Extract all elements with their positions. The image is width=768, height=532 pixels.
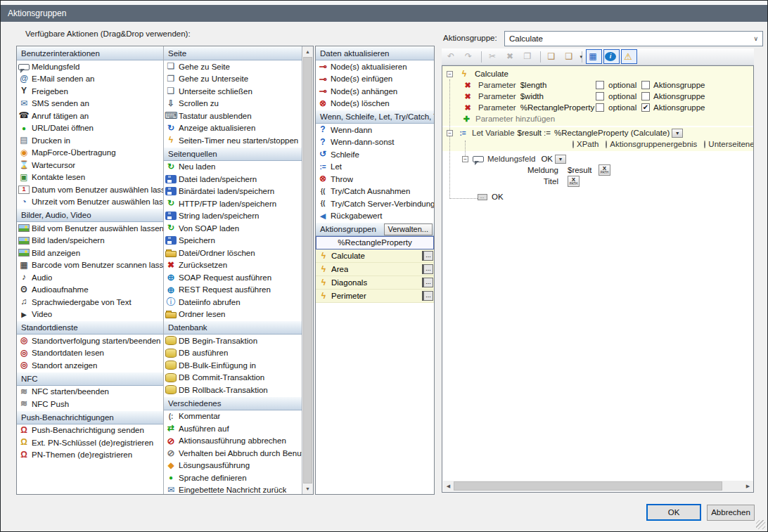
list-item[interactable]: ↻Von SOAP laden — [164, 222, 302, 235]
list-item[interactable]: Binärdatei laden/speichern — [164, 186, 302, 198]
parameter-row[interactable]: ✖Parameter%RectanglePropertyoptionalAkti… — [442, 102, 753, 113]
list-item[interactable]: Ordner lesen — [164, 309, 302, 321]
copy-button[interactable]: ❐ — [520, 49, 537, 64]
action-group-set-title[interactable]: %RectangleProperty — [316, 236, 434, 249]
list-item[interactable]: ◉MapForce-Übertragung — [17, 147, 163, 160]
action-group-combobox[interactable]: Calculate ∨ — [504, 31, 763, 46]
list-item[interactable]: ♫Sprachwiedergabe von Text — [17, 296, 163, 309]
list-item[interactable]: ⊸Node(s) aktualisieren — [316, 60, 434, 73]
list-item[interactable]: ΩPN-Themen (de)registrieren — [17, 449, 163, 462]
list-item[interactable]: ϟSeiten-Timer neu starten/stoppen — [164, 134, 302, 147]
tree-row-ok-leaf[interactable]: OK — [442, 191, 753, 202]
action-group-row[interactable]: ϟDiagonals... — [316, 276, 434, 290]
more-icon[interactable]: ... — [423, 278, 433, 287]
list-item[interactable]: DB-Bulk-Einfügung in — [164, 359, 302, 372]
scroll-up-icon[interactable]: ▲ — [302, 46, 313, 57]
list-item[interactable]: ?Wenn-dann — [316, 124, 434, 136]
verwalten-button[interactable]: Verwalten... — [384, 223, 433, 235]
tree-horizontal-scrollbar[interactable]: ◀ ▶ — [443, 481, 753, 491]
list-item[interactable]: Bild laden/speichern — [17, 235, 163, 247]
list-item[interactable]: ◎Standortdaten lesen — [17, 347, 163, 360]
tree-row-calculate[interactable]: ϟ Calculate — [442, 68, 753, 79]
list-item[interactable]: @E-Mail senden an — [17, 73, 163, 86]
scrollbar-track[interactable] — [722, 481, 743, 491]
list-item[interactable]: DB Begin-Transaktion — [164, 335, 302, 347]
action-group-row[interactable]: ϟPerimeter... — [316, 290, 434, 303]
tree-row-meldungsfeld[interactable]: Meldungsfeld OK — [442, 153, 753, 164]
add-parameter-row[interactable]: ✚ Parameter hinzufügen — [442, 113, 753, 124]
more-icon[interactable]: ... — [423, 251, 433, 261]
meldungsfeld-button-value[interactable]: OK — [541, 155, 553, 163]
list-item[interactable]: ⊘Verhalten bei Abbruch durch Benutzer — [164, 447, 302, 460]
paste-append-button[interactable]: ❑▾ — [562, 49, 578, 64]
action-group-row[interactable]: ϟCalculate... — [316, 249, 434, 263]
list-item[interactable]: ⌛Wartecursor — [17, 159, 163, 171]
list-item[interactable]: {(Try/Catch Server-Verbindung — [316, 197, 434, 210]
list-item[interactable]: ⇩Scrollen zu — [164, 98, 302, 110]
scrollbar-thumb[interactable] — [303, 57, 312, 484]
undo-button[interactable]: ↶ — [444, 49, 460, 64]
list-item[interactable]: ΩExt. PN-Schlüssel (de)registrieren — [17, 436, 163, 449]
list-item[interactable]: ▣Kontakte lesen — [17, 171, 163, 184]
list-item[interactable]: ↻HTTP/FTP laden/speichern — [164, 197, 302, 210]
list-item[interactable]: ΩPush-Benachrichtigung senden — [17, 424, 163, 437]
list-item[interactable]: ↻Neu laden — [164, 161, 302, 174]
parameter-row[interactable]: ✖Parameter$widthoptionalAktionsgruppe — [442, 91, 753, 102]
list-item[interactable]: ▶Video — [17, 309, 163, 321]
list-item[interactable]: ⊗Node(s) löschen — [316, 98, 434, 110]
list-item[interactable]: ●Sprache definieren — [164, 472, 302, 484]
aktionsgruppe-checkbox[interactable] — [641, 81, 650, 89]
list-item[interactable]: ❑Unterseite schließen — [164, 85, 302, 98]
meldungsfeld-dropdown-icon[interactable] — [555, 155, 566, 164]
list-item[interactable]: ⊕SOAP Request ausführen — [164, 271, 302, 284]
cut-button[interactable]: ✂ — [485, 49, 501, 64]
radio-unterseitenergebnis[interactable] — [704, 141, 705, 148]
collapse-icon[interactable] — [447, 130, 453, 136]
list-item[interactable]: Bild vom Benutzer auswählen lassen — [17, 222, 163, 235]
list-item[interactable]: {(Try/Catch Ausnahmen — [316, 186, 434, 198]
list-item[interactable]: ✉Eingebettete Nachricht zurück — [164, 484, 302, 495]
grid-toggle-button[interactable]: ▦ — [586, 49, 602, 64]
list-item[interactable]: ≋NFC starten/beenden — [17, 386, 163, 398]
chevron-down-icon[interactable]: ▾ — [580, 54, 582, 60]
optional-checkbox[interactable] — [596, 81, 604, 89]
list-item[interactable]: ⊘Aktionsausführung abbrechen — [164, 435, 302, 448]
cancel-button[interactable]: Abbrechen — [707, 505, 755, 521]
list-item[interactable]: Datei/Ordner löschen — [164, 247, 302, 259]
redo-button[interactable]: ↷ — [461, 49, 478, 64]
meldung-value[interactable]: $result — [568, 166, 592, 174]
let-value[interactable]: %RectangleProperty (Calculate) — [554, 129, 670, 137]
list-item[interactable]: ❏Gehe zu Seite — [164, 60, 302, 73]
let-value-dropdown-icon[interactable] — [672, 129, 683, 138]
scroll-left-icon[interactable]: ◀ — [443, 481, 454, 491]
list-item[interactable]: ↻Anzeige aktualisieren — [164, 122, 302, 135]
list-item[interactable]: ⓘDateiinfo abrufen — [164, 296, 302, 309]
more-icon[interactable]: ... — [423, 291, 433, 301]
list-item[interactable]: ✉SMS senden an — [17, 98, 163, 110]
list-item[interactable]: ✖Zurücksetzen — [164, 259, 302, 272]
optional-checkbox[interactable] — [596, 103, 604, 112]
ok-button[interactable]: OK — [646, 504, 701, 521]
collapse-icon[interactable] — [462, 156, 468, 162]
list-item[interactable]: ❐Gehe zu Unterseite — [164, 73, 302, 86]
list-item[interactable]: DB Rollback-Transaktion — [164, 384, 302, 396]
list-item[interactable]: Datei laden/speichern — [164, 173, 302, 186]
list-item[interactable]: ⌨Tastatur ausblenden — [164, 110, 302, 122]
list-item[interactable]: ●URL/Datei öffnen — [17, 122, 163, 135]
list-item[interactable]: Datum vom Benutzer auswählen lassen — [17, 183, 163, 196]
list-item[interactable]: ⊸Node(s) anhängen — [316, 85, 434, 98]
list-item[interactable]: ♪Audio — [17, 271, 163, 284]
actions-vertical-scrollbar[interactable]: ▲ ▼ — [302, 46, 313, 494]
list-item[interactable]: String laden/speichern — [164, 210, 302, 223]
list-item[interactable]: DB ausführen — [164, 347, 302, 360]
scrollbar-thumb[interactable] — [454, 481, 722, 491]
list-item[interactable]: Meldungsfeld — [17, 60, 163, 73]
xpath-edit-icon[interactable] — [599, 164, 610, 176]
aktionsgruppe-checkbox[interactable] — [641, 92, 650, 100]
list-item[interactable]: ◎Standortverfolgung starten/beenden — [17, 335, 163, 347]
list-item[interactable]: ⊕REST Request ausführen — [164, 284, 302, 297]
list-item[interactable]: ▦Barcode vom Benutzer scannen lassen — [17, 259, 163, 272]
list-item[interactable]: ◀Rückgabewert — [316, 210, 434, 223]
radio-xpath[interactable] — [572, 141, 574, 148]
more-icon[interactable]: ... — [423, 264, 433, 274]
